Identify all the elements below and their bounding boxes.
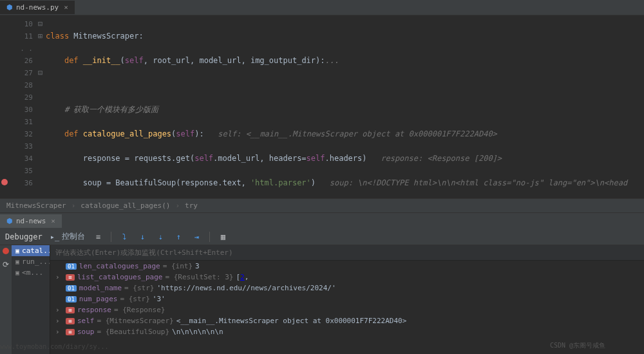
variable-row[interactable]: 01 len_catalogues_page = {int} 3 bbox=[50, 261, 644, 272]
expand-arrow-icon[interactable]: › bbox=[55, 317, 63, 325]
expand-arrow-icon[interactable]: › bbox=[55, 328, 63, 336]
fold-gutter[interactable]: ⊟⊞ ⊟ bbox=[38, 15, 46, 198]
variable-row[interactable]: ›≡ list_catalogues_page = {ResultSet: 3}… bbox=[50, 272, 644, 283]
frames-list[interactable]: ▣catal... ▣run_... ▣<m... bbox=[12, 245, 50, 354]
breadcrumb-class[interactable]: MitnewsScraper bbox=[6, 201, 66, 210]
type-badge-icon: 01 bbox=[66, 296, 77, 303]
threads-icon[interactable]: ≡ bbox=[93, 232, 103, 242]
variable-row[interactable]: ›≡ self = {MitnewsScraper} <__main__.Mit… bbox=[50, 315, 644, 326]
frame-item[interactable]: ▣catal... bbox=[12, 245, 50, 256]
type-badge-icon: ≡ bbox=[66, 274, 75, 281]
run-to-cursor-icon[interactable]: ⇥ bbox=[191, 232, 202, 242]
close-icon[interactable]: × bbox=[51, 217, 55, 225]
editor-tab-bar: ⬢ nd-news.py × bbox=[0, 0, 644, 15]
frame-item[interactable]: ▣<m... bbox=[12, 267, 50, 278]
debug-toolbar: Debugger ▸_控制台 ≡ ⤵ ↓ ⇣ ↑ ⇥ ▦ bbox=[0, 228, 644, 245]
step-into-icon[interactable]: ↓ bbox=[137, 232, 147, 242]
console-icon: ▸_ bbox=[50, 232, 59, 241]
variable-row[interactable]: ›≡ response = {Response} bbox=[50, 304, 644, 315]
close-icon[interactable]: × bbox=[64, 3, 68, 12]
breakpoint-gutter[interactable] bbox=[0, 15, 9, 198]
variable-row[interactable]: ›≡ soup = {BeautifulSoup} \n\n\n\n\n\nwi… bbox=[50, 326, 644, 337]
code-editor[interactable]: 1011. .2627282930313233343536 ⊟⊞ ⊟ class… bbox=[0, 15, 644, 198]
breadcrumb: MitnewsScraper › catalogue_all_pages() ›… bbox=[0, 198, 644, 212]
debugger-subtab[interactable]: Debugger bbox=[5, 232, 43, 241]
type-badge-icon: ≡ bbox=[66, 329, 75, 335]
step-out-icon[interactable]: ↑ bbox=[173, 232, 184, 242]
debug-panel: ⬢ nd-news × Debugger ▸_控制台 ≡ ⤵ ↓ ⇣ ↑ ⇥ ▦… bbox=[0, 212, 644, 354]
breakpoint-dot[interactable] bbox=[1, 179, 8, 185]
chevron-right-icon: › bbox=[175, 201, 180, 210]
chevron-right-icon: › bbox=[71, 201, 76, 210]
debug-run-tab[interactable]: ⬢ nd-news × bbox=[0, 214, 62, 228]
type-badge-icon: ≡ bbox=[66, 318, 75, 324]
evaluate-input[interactable]: 评估表达式(Enter)或添加监视(Ctrl+Shift+Enter) bbox=[50, 245, 644, 261]
watermark: www.toymoban.com/diary/sy... bbox=[0, 343, 109, 350]
python-file-icon: ⬢ bbox=[6, 217, 13, 225]
type-badge-icon: ≡ bbox=[66, 307, 75, 313]
watermark: CSDN @东阁号咸鱼 bbox=[550, 341, 605, 350]
line-number-gutter: 1011. .2627282930313233343536 bbox=[9, 15, 38, 198]
frame-item[interactable]: ▣run_... bbox=[12, 256, 50, 267]
resume-icon[interactable]: ⟳ bbox=[1, 259, 11, 270]
debug-side-toolbar: ⟳ bbox=[0, 245, 12, 354]
variable-row[interactable]: 01 num_pages = {str} '3' bbox=[50, 293, 644, 304]
tab-filename: nd-news.py bbox=[16, 3, 59, 12]
debug-tab-bar: ⬢ nd-news × bbox=[0, 213, 644, 228]
evaluate-icon[interactable]: ▦ bbox=[218, 232, 228, 242]
step-into-my-icon[interactable]: ⇣ bbox=[155, 232, 166, 242]
console-subtab[interactable]: ▸_控制台 bbox=[50, 231, 85, 242]
file-tab[interactable]: ⬢ nd-news.py × bbox=[0, 1, 75, 14]
code-content[interactable]: class MitnewsScraper: def __init__(self,… bbox=[46, 15, 644, 198]
stop-icon[interactable] bbox=[3, 248, 9, 254]
python-file-icon: ⬢ bbox=[6, 3, 13, 12]
breadcrumb-method[interactable]: catalogue_all_pages() bbox=[80, 201, 170, 210]
type-badge-icon: 01 bbox=[66, 263, 77, 270]
expand-arrow-icon[interactable]: › bbox=[55, 306, 63, 314]
step-over-icon[interactable]: ⤵ bbox=[119, 232, 129, 242]
expand-arrow-icon[interactable]: › bbox=[55, 273, 63, 281]
breadcrumb-block[interactable]: try bbox=[185, 201, 198, 210]
variable-row[interactable]: 01 model_name = {str} 'https://news.nd.e… bbox=[50, 283, 644, 293]
type-badge-icon: 01 bbox=[66, 285, 77, 292]
variables-panel: 评估表达式(Enter)或添加监视(Ctrl+Shift+Enter) 01 l… bbox=[50, 245, 644, 354]
